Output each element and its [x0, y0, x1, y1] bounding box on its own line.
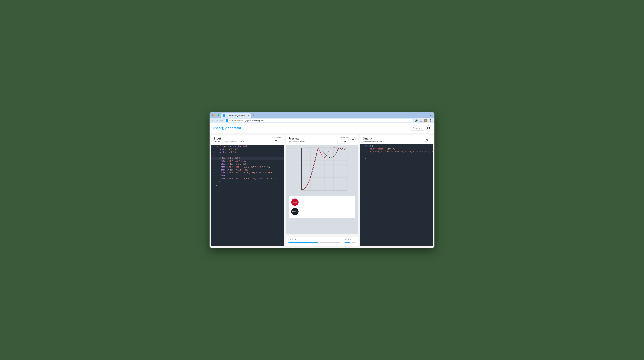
output-panel: Output Some shiny new CSS! 1:root {2 --b… [360, 135, 433, 246]
easing-chart [292, 146, 352, 193]
app-title: linear() generator [213, 126, 242, 130]
preview-panel: Preview Here's how it looks: DURATION [286, 135, 358, 234]
format-value: JS [275, 140, 277, 142]
pause-icon [352, 139, 354, 141]
site-info-icon[interactable] [226, 119, 228, 122]
panel-icon[interactable] [420, 119, 422, 122]
preview-title: Preview [288, 137, 305, 140]
format-label: FORMAT [273, 137, 281, 139]
presets-label: Presets [412, 127, 420, 129]
simplify-slider[interactable] [288, 242, 340, 243]
copy-icon [426, 138, 428, 141]
tab-bar: Linear easing generator × + ⌄ [210, 112, 434, 118]
close-window-icon[interactable] [212, 114, 214, 116]
preview-subtitle: Here's how it looks: [288, 141, 305, 143]
input-panel: Input Provide easing as JavaScript or SV… [211, 135, 284, 246]
browser-menu-icon[interactable]: ⋮ [429, 119, 432, 122]
window-controls [211, 114, 220, 116]
output-title: Output [363, 137, 382, 140]
animation-preview-card: Input Output [289, 196, 355, 218]
github-button[interactable] [426, 125, 431, 131]
main-grid: Input Provide easing as JavaScript or SV… [210, 133, 434, 248]
round-slider-group: ROUND [344, 239, 356, 243]
close-tab-icon[interactable]: × [248, 114, 249, 117]
simplify-slider-group: SIMPLIFY [288, 239, 340, 243]
github-icon [427, 127, 430, 130]
url-input[interactable]: https://linear-easing-generator.netlify.… [224, 119, 412, 122]
svg-rect-0 [420, 120, 422, 122]
round-label: ROUND [344, 239, 356, 241]
url-text: https://linear-easing-generator.netlify.… [230, 119, 264, 122]
input-subtitle: Provide easing as JavaScript or SVG [214, 141, 245, 143]
app-header: linear() generator Presets ⌄ [210, 123, 434, 133]
extensions-icon[interactable] [415, 119, 418, 122]
duration-input[interactable] [338, 139, 349, 144]
round-slider[interactable] [344, 242, 356, 243]
tab-list-button[interactable]: ⌄ [428, 114, 433, 117]
maximize-window-icon[interactable] [218, 114, 219, 116]
format-select[interactable]: JS ⌄ [273, 139, 281, 143]
browser-chrome: Linear easing generator × + ⌄ ← → ⟳ http… [210, 112, 434, 123]
svg-rect-3 [353, 139, 354, 140]
sliders-card: SIMPLIFY ROUND [286, 237, 358, 246]
presets-button[interactable]: Presets ⌄ [410, 126, 424, 131]
back-button[interactable]: ← [211, 119, 214, 122]
browser-tab[interactable]: Linear easing generator × [222, 113, 251, 118]
minimize-window-icon[interactable] [214, 114, 216, 116]
output-subtitle: Some shiny new CSS! [363, 141, 382, 143]
output-ball: Output [291, 208, 298, 215]
new-tab-button[interactable]: + [253, 114, 254, 116]
preview-body: Input Output [286, 145, 358, 234]
input-code-editor[interactable]: 1self.bounce = function(pos) {2 const n1… [211, 145, 284, 246]
simplify-label: SIMPLIFY [288, 239, 340, 241]
output-code-viewer[interactable]: 1:root {2 --bounce-easing: linear(3 0, 0… [360, 144, 433, 246]
url-bar: ← → ⟳ https://linear-easing-generator.ne… [210, 118, 434, 123]
chevron-down-icon: ⌄ [420, 127, 422, 129]
forward-button[interactable]: → [216, 119, 218, 122]
duration-label: DURATION [338, 137, 349, 139]
svg-rect-2 [352, 139, 353, 140]
browser-window: Linear easing generator × + ⌄ ← → ⟳ http… [210, 112, 434, 248]
input-title: Input [214, 137, 245, 140]
chevron-down-icon: ⌄ [278, 140, 280, 142]
profile-avatar[interactable] [424, 119, 427, 122]
input-ball: Input [291, 198, 298, 206]
tab-title: Linear easing generator [226, 114, 246, 117]
play-pause-button[interactable] [350, 137, 356, 142]
copy-button[interactable] [425, 137, 430, 142]
favicon-icon [223, 114, 225, 117]
reload-button[interactable]: ⟳ [220, 119, 223, 122]
